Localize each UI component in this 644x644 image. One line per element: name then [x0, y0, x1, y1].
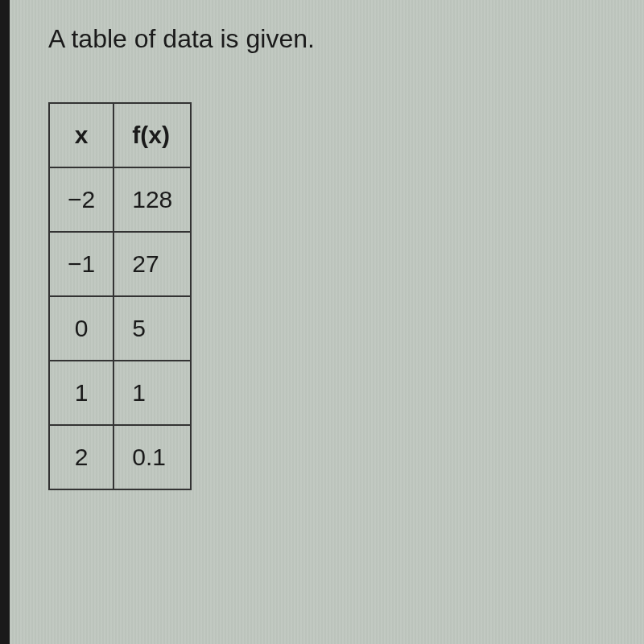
table-header-row: x f(x) — [49, 103, 191, 167]
cell-fx: 27 — [114, 232, 191, 296]
cell-x: −2 — [49, 167, 114, 232]
table-row: 1 1 — [49, 361, 191, 425]
cell-x: 2 — [49, 425, 114, 489]
prompt-text: A table of data is given. — [48, 24, 596, 54]
cell-fx: 1 — [114, 361, 191, 425]
cell-x: 1 — [49, 361, 114, 425]
cell-x: 0 — [49, 296, 114, 361]
left-edge-border — [0, 0, 10, 644]
cell-fx: 5 — [114, 296, 191, 361]
data-table: x f(x) −2 128 −1 27 0 5 1 1 2 0.1 — [48, 102, 192, 490]
header-fx: f(x) — [114, 103, 191, 167]
table-row: 0 5 — [49, 296, 191, 361]
cell-fx: 128 — [114, 167, 191, 232]
table-row: 2 0.1 — [49, 425, 191, 489]
cell-x: −1 — [49, 232, 114, 296]
table-row: −2 128 — [49, 167, 191, 232]
cell-fx: 0.1 — [114, 425, 191, 489]
header-x: x — [49, 103, 114, 167]
table-row: −1 27 — [49, 232, 191, 296]
